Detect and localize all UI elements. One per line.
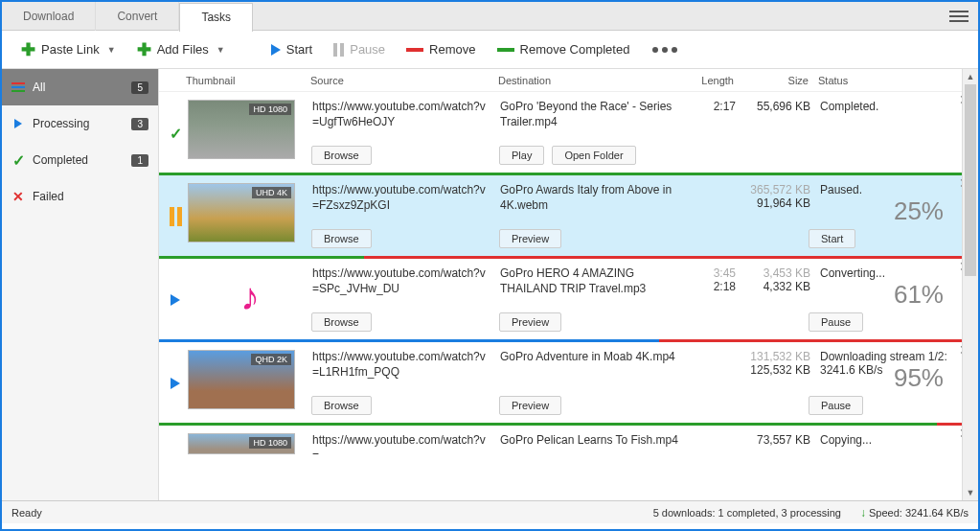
- source-url: https://www.youtube.com/watch?v=FZsxz9Zp…: [312, 183, 490, 213]
- remove-button[interactable]: Remove: [399, 38, 483, 60]
- open-folder-button[interactable]: Open Folder: [552, 146, 635, 165]
- task-row[interactable]: HD 1080 https://www.youtube.com/watch?v=…: [159, 426, 978, 454]
- thumbnail[interactable]: HD 1080: [188, 100, 295, 159]
- source-url: https://www.youtube.com/watch?v=SPc_JVHw…: [312, 266, 490, 296]
- sidebar: All 5 Processing 3 ✓ Completed 1 ✕ Faile…: [2, 69, 159, 500]
- tab-tasks[interactable]: Tasks: [179, 3, 253, 32]
- browse-button[interactable]: Browse: [311, 229, 372, 248]
- header-status[interactable]: Status: [809, 75, 978, 86]
- header-length[interactable]: Length: [686, 75, 734, 86]
- start-label: Start: [286, 42, 312, 57]
- browse-button[interactable]: Browse: [311, 146, 372, 165]
- source-url: https://www.youtube.com/watch?v=UgfTw6He…: [312, 100, 490, 129]
- pause-button[interactable]: Pause: [809, 396, 863, 415]
- destination-file: GoPro Awards Italy from Above in 4K.webm: [500, 183, 678, 213]
- thumbnail[interactable]: QHD 2K: [188, 350, 295, 409]
- task-row[interactable]: ♪ https://www.youtube.com/watch?v=SPc_JV…: [159, 259, 978, 339]
- start-button[interactable]: Start: [263, 38, 320, 60]
- sidebar-item-all[interactable]: All 5: [2, 69, 158, 105]
- processing-icon: [11, 117, 25, 130]
- status-bar: Ready 5 downloads: 1 completed, 3 proces…: [2, 500, 978, 523]
- dropdown-icon[interactable]: ▼: [107, 45, 116, 55]
- task-list: Thumbnail Source Destination Length Size…: [159, 69, 978, 500]
- thumbnail[interactable]: UHD 4K: [188, 183, 295, 242]
- size: 365,572 KB91,964 KB: [736, 183, 810, 250]
- play-button[interactable]: Play: [499, 146, 544, 165]
- menu-icon[interactable]: [949, 11, 969, 22]
- size: 3,453 KB4,332 KB: [736, 266, 810, 334]
- tabs-bar: Download Convert Tasks: [2, 2, 978, 31]
- resolution-badge: HD 1080: [249, 104, 291, 115]
- scroll-up-icon[interactable]: ▲: [963, 69, 978, 84]
- destination-file: GoPro 'Beyond the Race' - Series Trailer…: [500, 100, 678, 129]
- check-icon: ✓: [11, 153, 25, 167]
- tab-download[interactable]: Download: [2, 2, 96, 31]
- scrollbar[interactable]: ▲ ▼: [962, 69, 978, 500]
- tab-convert[interactable]: Convert: [96, 2, 179, 31]
- remove-label: Remove: [429, 42, 475, 57]
- remove-completed-icon: [497, 48, 514, 52]
- more-button[interactable]: [652, 47, 677, 53]
- plus-icon: ✚: [21, 39, 35, 60]
- toolbar: ✚ Paste Link ▼ ✚ Add Files ▼ Start Pause…: [2, 31, 978, 69]
- source-url: https://www.youtube.com/watch?v=L1RH1fm_…: [312, 350, 490, 380]
- paste-link-button[interactable]: ✚ Paste Link ▼: [13, 35, 124, 64]
- play-icon: [171, 378, 180, 389]
- remove-completed-label: Remove Completed: [520, 42, 630, 57]
- plus-icon: ✚: [137, 39, 151, 60]
- status-ready: Ready: [11, 507, 42, 519]
- dropdown-icon[interactable]: ▼: [217, 45, 225, 55]
- destination-file: GoPro Pelican Learns To Fish.mp4: [500, 433, 678, 449]
- start-button[interactable]: Start: [809, 229, 855, 248]
- thumbnail[interactable]: HD 1080: [188, 433, 295, 454]
- browse-button[interactable]: Browse: [311, 396, 372, 415]
- add-files-button[interactable]: ✚ Add Files ▼: [129, 35, 233, 64]
- browse-button[interactable]: Browse: [311, 312, 372, 332]
- header-source[interactable]: Source: [310, 75, 498, 86]
- sidebar-item-failed[interactable]: ✕ Failed: [2, 178, 158, 215]
- header-size[interactable]: Size: [734, 75, 809, 86]
- pause-icon: [333, 43, 344, 57]
- scroll-thumb[interactable]: [965, 84, 976, 276]
- play-icon: [171, 294, 180, 306]
- paste-link-label: Paste Link: [41, 42, 100, 57]
- sidebar-all-label: All: [33, 81, 45, 94]
- destination-file: GoPro Adventure in Moab 4K.mp4: [500, 350, 678, 365]
- sidebar-processing-count: 3: [131, 118, 148, 130]
- download-arrow-icon: ↓: [860, 506, 866, 519]
- status-text: Paused.: [820, 183, 862, 196]
- sidebar-failed-label: Failed: [33, 190, 64, 203]
- sidebar-item-processing[interactable]: Processing 3: [2, 105, 158, 142]
- progress-percent: 95%: [894, 363, 944, 393]
- preview-button[interactable]: Preview: [499, 312, 561, 332]
- status-text: Completed.: [820, 100, 878, 113]
- sidebar-completed-label: Completed: [33, 153, 88, 167]
- remove-completed-button[interactable]: Remove Completed: [490, 38, 638, 60]
- header-destination[interactable]: Destination: [498, 75, 686, 86]
- progress-percent: 61%: [894, 280, 944, 310]
- progress-percent: 25%: [894, 196, 944, 226]
- scroll-down-icon[interactable]: ▼: [963, 485, 978, 500]
- sidebar-item-completed[interactable]: ✓ Completed 1: [2, 142, 158, 178]
- length: 2:17: [688, 100, 736, 167]
- size: 73,557 KB: [736, 433, 810, 449]
- pause-button[interactable]: Pause: [809, 312, 863, 332]
- header-thumbnail[interactable]: Thumbnail: [186, 75, 310, 86]
- task-row[interactable]: UHD 4K https://www.youtube.com/watch?v=F…: [159, 175, 978, 256]
- task-row[interactable]: QHD 2K https://www.youtube.com/watch?v=L…: [159, 342, 978, 423]
- table-header: Thumbnail Source Destination Length Size…: [159, 69, 978, 92]
- remove-icon: [406, 48, 423, 52]
- sidebar-all-count: 5: [131, 81, 148, 94]
- destination-file: GoPro HERO 4 AMAZING THAILAND TRIP Trave…: [500, 266, 678, 296]
- size: 55,696 KB: [736, 100, 810, 167]
- pause-button[interactable]: Pause: [326, 38, 393, 60]
- preview-button[interactable]: Preview: [499, 229, 561, 248]
- source-url: https://www.youtube.com/watch?v=: [312, 433, 490, 454]
- size: 131,532 KB125,532 KB: [736, 350, 810, 417]
- resolution-badge: HD 1080: [249, 437, 291, 449]
- add-files-label: Add Files: [157, 42, 209, 57]
- all-icon: [11, 81, 25, 94]
- preview-button[interactable]: Preview: [499, 396, 561, 415]
- length: [688, 350, 736, 417]
- task-row[interactable]: ✓ HD 1080 https://www.youtube.com/watch?…: [159, 92, 978, 173]
